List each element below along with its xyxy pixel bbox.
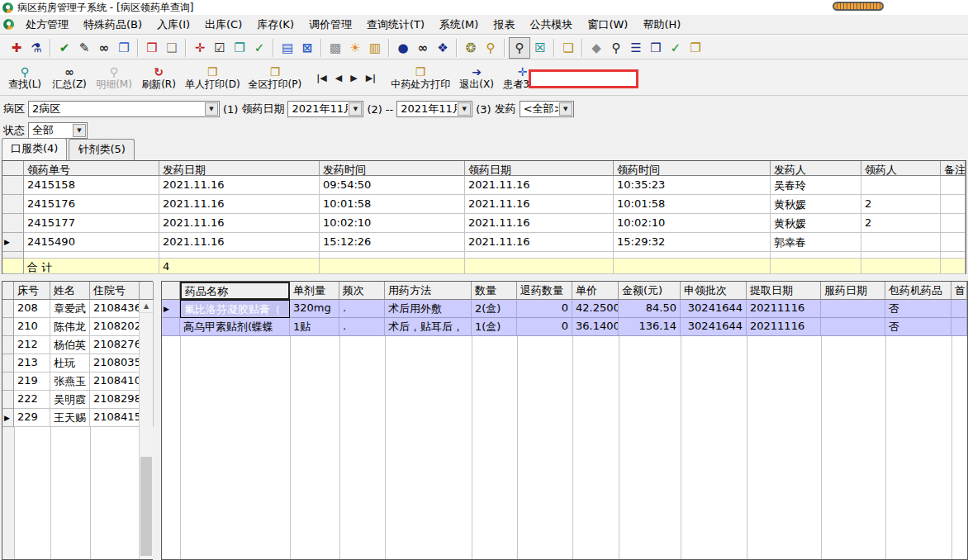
zoom-icon[interactable]: ⚲ <box>606 38 626 58</box>
marker-3: (3) <box>476 103 491 116</box>
search-window-icon[interactable]: ❖ <box>433 38 453 58</box>
patient-row-selected[interactable]: 229王天赐2108415 <box>2 409 153 427</box>
menu-reports[interactable]: 报表 <box>486 15 521 35</box>
mdi-child-icon <box>3 19 14 30</box>
ward-select[interactable]: 2病区 <box>28 101 220 117</box>
chevron-down-icon[interactable] <box>205 102 218 116</box>
print-ward-button[interactable]: ❐ 全区打印(P) <box>245 61 306 94</box>
cascade-windows-icon[interactable]: ❒ <box>646 38 666 58</box>
status-select[interactable]: 全部 <box>28 122 88 139</box>
new-form-icon[interactable]: ❑ <box>162 38 182 58</box>
patient-row[interactable]: 219张燕玉2108410 <box>2 373 153 391</box>
clipboard-notes-icon[interactable]: ❐ <box>686 38 705 58</box>
document-check-icon[interactable]: ✓ <box>666 38 686 58</box>
chevron-down-icon[interactable] <box>349 102 362 116</box>
toolbar-separator <box>273 39 274 57</box>
chevron-down-icon[interactable] <box>458 102 471 116</box>
tab-injection[interactable]: 针剂类(5) <box>69 139 134 160</box>
col-medication-date: 服药日期 <box>821 282 885 300</box>
prev-record-icon[interactable]: ◀ <box>335 73 342 83</box>
print-single-button[interactable]: ❐ 单人打印(D) <box>182 61 244 94</box>
patient-row[interactable]: 212杨伯英2108276 <box>2 336 153 354</box>
exit-door-icon: ➔ <box>472 66 482 78</box>
date-from-select[interactable]: 2021年11月16日 <box>287 101 363 117</box>
scroll-up-icon[interactable]: ▲ <box>140 300 153 313</box>
highlighted-input[interactable] <box>529 69 638 88</box>
patient-row[interactable]: 213杜玩2108035 <box>2 354 153 373</box>
magnifier-icon: ⚲ <box>110 66 118 78</box>
verify-note-icon[interactable]: ✓ <box>249 38 269 58</box>
first-record-icon[interactable]: |◀ <box>316 73 326 83</box>
col-order-no: 领药单号 <box>24 161 159 176</box>
order-row-selected[interactable]: 24154902021.11.1615:12:262021.11.1615:29… <box>2 233 966 252</box>
summary-button[interactable]: ∞ 汇总(Z) <box>48 61 91 94</box>
dispense-label: 发药 <box>495 102 516 116</box>
package-icon[interactable]: ▥ <box>365 38 385 58</box>
print-folder-icon[interactable]: ❏ <box>558 38 578 58</box>
edit-record-icon[interactable]: ✎ <box>74 38 94 58</box>
date-to-select[interactable]: 2021年11月17日 <box>396 101 472 117</box>
search-records-icon[interactable]: ∞ <box>413 38 433 58</box>
last-record-icon[interactable]: ▶| <box>366 73 376 83</box>
approve-check-icon[interactable]: ✔ <box>55 38 74 58</box>
clipboard-add-icon[interactable]: ✛ <box>190 38 210 58</box>
refresh-button[interactable]: ↻ 刷新(R) <box>137 61 180 94</box>
find-button[interactable]: ⚲ 查找(L) <box>3 61 46 94</box>
stamp-icon[interactable]: ◆ <box>586 38 606 58</box>
menu-common-modules[interactable]: 公共模块 <box>523 15 579 35</box>
menu-outbound[interactable]: 出库(C) <box>198 15 249 35</box>
toolbar-separator <box>581 39 583 57</box>
refresh-icon: ↻ <box>154 66 164 78</box>
menu-inventory[interactable]: 库存(K) <box>250 15 301 35</box>
chevron-down-icon[interactable] <box>73 124 86 137</box>
binoculars-icon[interactable]: ∞ <box>94 38 114 58</box>
menu-prescription-mgmt[interactable]: 处方管理 <box>19 15 75 35</box>
save-note-icon[interactable]: ❐ <box>230 38 249 58</box>
order-row[interactable]: 24151772021.11.1610:02:102021.11.1610:02… <box>2 214 966 233</box>
print-tcm-button[interactable]: ❐ 中药处方打印 <box>387 61 453 94</box>
patients-table: 床号 姓名 住院号 208章爱武2108436 210陈伟龙2108202 21… <box>2 281 153 560</box>
menu-inbound[interactable]: 入库(I) <box>150 15 197 35</box>
dispense-select[interactable]: <全部> <box>520 101 574 117</box>
medicine-bottle-icon[interactable]: ⚗ <box>26 38 46 58</box>
patients-scrollbar[interactable]: ▲ <box>139 300 153 559</box>
jar-icon[interactable]: ● <box>393 38 413 58</box>
list-panels-icon[interactable]: ☰ <box>626 38 646 58</box>
next-record-icon[interactable]: ▶ <box>350 73 357 83</box>
grid-icon[interactable]: ▩ <box>325 38 345 58</box>
thermometer-icon[interactable]: ⚲ <box>481 38 501 58</box>
magnifier-icon[interactable]: ⚲ <box>509 37 530 59</box>
chevron-down-icon[interactable] <box>559 102 572 116</box>
menu-price-adjust[interactable]: 调价管理 <box>302 15 358 35</box>
patient-row[interactable]: 208章爱武2108436 <box>2 300 153 318</box>
patient-row[interactable]: 210陈伟龙2108202 <box>2 318 153 336</box>
drug-row-selected[interactable]: 氟比洛芬凝胶贴膏（ 320mg . 术后用外敷 2(盒) 0 42.2500 8… <box>162 300 967 318</box>
action-toolbar: ⚲ 查找(L) ∞ 汇总(Z) ⚲ 明细(M) ↻ 刷新(R) ❐ 单人打印(D… <box>0 60 968 96</box>
menu-help[interactable]: 帮助(H) <box>636 15 687 35</box>
menu-query-stats[interactable]: 查询统计(T) <box>360 15 431 35</box>
red-register-icon[interactable]: ❒ <box>142 38 162 58</box>
order-row[interactable]: 24151582021.11.1609:54:502021.11.1610:35… <box>2 176 966 195</box>
col-dispense-date: 发药日期 <box>159 161 320 176</box>
patient-row[interactable]: 222吴明霞2108298 <box>2 391 153 409</box>
first-aid-kit-icon[interactable]: ✚ <box>7 38 26 58</box>
folder-search-icon[interactable]: ❂ <box>461 38 481 58</box>
calendar-edit-icon[interactable]: ▤ <box>278 38 297 58</box>
patients-header-row: 床号 姓名 住院号 <box>2 282 153 300</box>
menu-special-drugs[interactable]: 特殊药品(B) <box>77 15 149 35</box>
calendar-cancel-icon[interactable]: ⊠ <box>297 38 317 58</box>
menu-window[interactable]: 窗口(W) <box>581 15 634 35</box>
checkbox-icon[interactable]: ☑ <box>210 38 230 58</box>
scrollbar-thumb[interactable] <box>140 457 152 556</box>
tab-oral[interactable]: 口服类(4) <box>2 138 67 161</box>
order-row[interactable]: 24151762021.11.1610:01:582021.11.1610:01… <box>2 195 966 214</box>
drug-row[interactable]: 高乌甲素贴剂(蝶蝶 1贴 . 术后，贴耳后， 1(盒) 0 36.1400 13… <box>162 318 967 336</box>
close-window-icon[interactable]: ☒ <box>530 38 550 58</box>
status-label: 状态 <box>3 123 25 138</box>
toolbar-separator <box>553 39 555 57</box>
bell-icon[interactable]: ☀ <box>345 38 365 58</box>
exit-button[interactable]: ➔ 退出(X) <box>455 61 498 94</box>
menu-system[interactable]: 系统(M) <box>433 15 485 35</box>
clipboard-review-icon[interactable]: ❐ <box>114 38 134 58</box>
orders-table: 领药单号 发药日期 发药时间 领药日期 领药时间 发药人 领药人 备注 2415… <box>2 160 966 274</box>
